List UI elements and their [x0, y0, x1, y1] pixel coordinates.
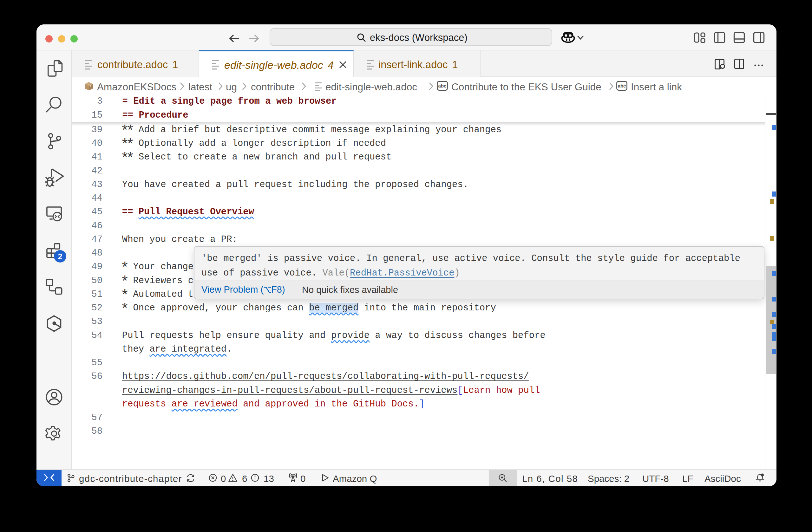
- svg-text:abc: abc: [438, 83, 447, 88]
- svg-text:abc: abc: [618, 83, 626, 88]
